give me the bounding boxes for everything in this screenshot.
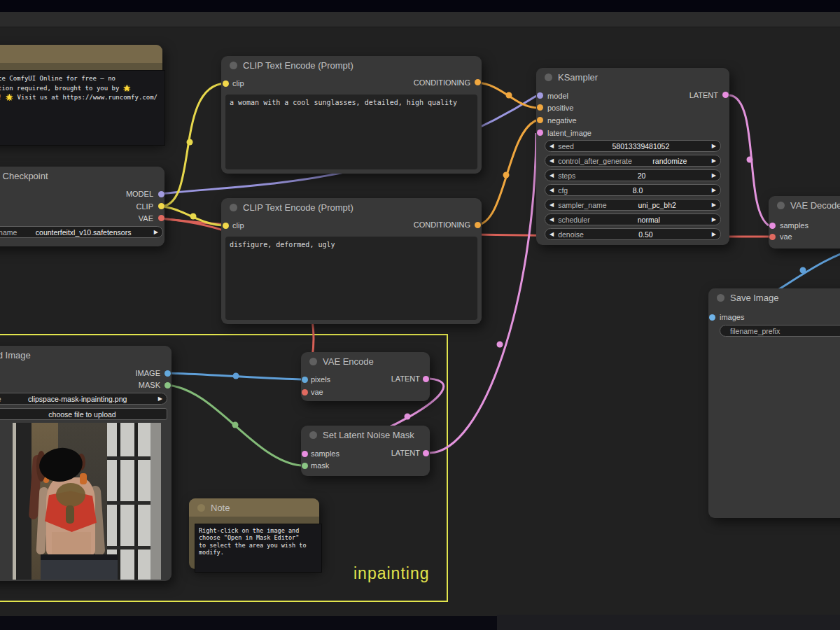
- node-vae-decode[interactable]: VAE Decode samples vae: [769, 196, 840, 248]
- widget-left-arrow-icon[interactable]: ◀: [545, 141, 558, 151]
- widget-left-arrow-icon[interactable]: ◀: [545, 214, 558, 225]
- node-set-latent-noise-mask[interactable]: Set Latent Noise Mask samples mask LATEN…: [301, 426, 430, 476]
- input-label-model: model: [547, 90, 568, 102]
- output-label-vae: VAE: [139, 213, 153, 224]
- widget-left-arrow-icon[interactable]: ◀: [545, 200, 558, 210]
- input-pin-vae[interactable]: [302, 389, 308, 396]
- prompt-textarea[interactable]: a woman with a cool sunglasses, detailed…: [225, 94, 477, 169]
- bottom-strip-right: [497, 615, 840, 630]
- image-preview[interactable]: [13, 423, 161, 580]
- node-graph-canvas[interactable]: inpainting Note ce ComfyUI Online: [0, 0, 840, 630]
- widget-denoise[interactable]: ◀ denoise 0.50 ▶: [545, 228, 721, 240]
- input-pin-samples[interactable]: [769, 223, 776, 229]
- output-label-latent: LATENT: [690, 90, 718, 101]
- combo-right-arrow-icon[interactable]: ▶: [150, 227, 162, 237]
- input-pin-images[interactable]: [709, 314, 715, 321]
- input-pin-samples[interactable]: [302, 451, 308, 457]
- widget-right-arrow-icon[interactable]: ▶: [708, 214, 720, 225]
- input-pin-negative[interactable]: [537, 117, 543, 123]
- widget-left-arrow-icon[interactable]: ◀: [545, 229, 558, 239]
- link-midpoint-dot: [190, 214, 197, 220]
- widget-scheduler[interactable]: ◀ scheduler normal ▶: [545, 214, 721, 225]
- note-text: ce ComfyUI Online for free — no tion req…: [0, 70, 165, 146]
- widget-left-arrow-icon[interactable]: ◀: [545, 155, 558, 166]
- node-collapse-dot[interactable]: [197, 504, 205, 512]
- input-pin-mask[interactable]: [302, 463, 308, 469]
- node-title: CLIP Text Encode (Prompt): [243, 202, 354, 213]
- widget-right-arrow-icon[interactable]: ▶: [708, 185, 720, 195]
- output-pin-mask[interactable]: [164, 382, 171, 388]
- widget-right-arrow-icon[interactable]: ▶: [708, 200, 720, 210]
- node-ksampler[interactable]: KSampler model positive negative latent_…: [536, 68, 729, 245]
- node-collapse-dot[interactable]: [777, 202, 785, 209]
- widget-cfg[interactable]: ◀ cfg 8.0 ▶: [545, 184, 721, 196]
- output-pin-latent[interactable]: [722, 92, 729, 98]
- output-pin-conditioning[interactable]: [475, 222, 481, 228]
- node-load-image[interactable]: Load Image IMAGE MASK image clipspace-ma…: [0, 346, 172, 581]
- input-pin-positive[interactable]: [537, 104, 543, 111]
- input-pin-latent-image[interactable]: [537, 130, 543, 136]
- node-save-image[interactable]: Save Image images filename_prefix: [708, 288, 840, 518]
- node-note-runcomfy[interactable]: Note ce ComfyUI Online for free — no tio…: [0, 45, 162, 144]
- widget-right-arrow-icon[interactable]: ▶: [708, 141, 720, 151]
- output-label-model: MODEL: [126, 188, 153, 200]
- wire-conditioning-positive: [477, 83, 536, 108]
- combo-right-arrow-icon[interactable]: ▶: [154, 393, 167, 404]
- link-midpoint-dot: [497, 342, 503, 348]
- widget-left-arrow-icon[interactable]: ◀: [545, 170, 558, 181]
- node-title: CLIP Text Encode (Prompt): [243, 60, 354, 71]
- input-label-mask: mask: [311, 460, 329, 471]
- output-pin-latent[interactable]: [423, 450, 429, 456]
- node-vae-encode[interactable]: VAE Encode pixels vae LATENT: [301, 352, 430, 401]
- node-collapse-dot[interactable]: [309, 358, 317, 365]
- output-pin-vae[interactable]: [158, 215, 164, 221]
- node-collapse-dot[interactable]: [545, 74, 552, 81]
- node-collapse-dot[interactable]: [230, 204, 237, 211]
- output-pin-model[interactable]: [158, 191, 164, 197]
- node-note-mask-editor[interactable]: Note Right-click on the image and choose…: [189, 498, 319, 569]
- output-label-conditioning: CONDITIONING: [414, 77, 470, 88]
- preview-window-mullion: [107, 456, 150, 460]
- output-label-latent: LATENT: [391, 373, 420, 384]
- widget-seed[interactable]: ◀ seed 58013339481052 ▶: [545, 140, 721, 152]
- bottom-strip-left: [0, 616, 497, 630]
- widget-filename-prefix[interactable]: filename_prefix: [720, 325, 840, 337]
- node-clip-text-encode-positive[interactable]: CLIP Text Encode (Prompt) clip CONDITION…: [221, 56, 482, 174]
- output-pin-conditioning[interactable]: [475, 79, 481, 85]
- wire-latent-to-vaedecode: [729, 95, 769, 225]
- widget-image-file[interactable]: image clipspace-mask-inpainting.png ▶: [0, 393, 167, 405]
- input-label-positive: positive: [547, 102, 573, 113]
- output-label-clip: CLIP: [136, 201, 153, 212]
- node-load-checkpoint[interactable]: Load Checkpoint MODEL CLIP VAE ckpt_name…: [0, 167, 164, 246]
- top-window-strip: [0, 0, 840, 12]
- input-pin-model[interactable]: [537, 92, 543, 99]
- output-pin-clip[interactable]: [158, 203, 164, 209]
- group-inpainting-label: inpainting: [354, 564, 429, 583]
- node-clip-text-encode-negative[interactable]: CLIP Text Encode (Prompt) clip CONDITION…: [221, 198, 482, 324]
- node-title: VAE Encode: [323, 356, 374, 367]
- link-midpoint-dot: [506, 92, 512, 99]
- output-pin-latent[interactable]: [423, 376, 429, 382]
- widget-sampler-name[interactable]: ◀ sampler_name uni_pc_bh2 ▶: [545, 199, 721, 211]
- node-collapse-dot[interactable]: [309, 431, 317, 439]
- input-label-images: images: [720, 312, 744, 323]
- prompt-textarea[interactable]: disfigure, deformed, ugly: [225, 237, 477, 320]
- widget-left-arrow-icon[interactable]: ◀: [545, 185, 558, 195]
- widget-right-arrow-icon[interactable]: ▶: [708, 229, 720, 239]
- input-pin-vae[interactable]: [769, 234, 776, 240]
- input-pin-pixels[interactable]: [302, 377, 308, 383]
- output-pin-image[interactable]: [164, 370, 171, 377]
- input-label-pixels: pixels: [311, 374, 330, 385]
- choose-file-button[interactable]: choose file to upload: [0, 408, 167, 420]
- widget-ckpt-name[interactable]: ckpt_name counterfeitxl_v10.safetensors …: [0, 226, 163, 238]
- node-collapse-dot[interactable]: [230, 62, 237, 69]
- widget-control-after-generate[interactable]: ◀ control_after_generate randomize ▶: [545, 155, 721, 167]
- widget-steps[interactable]: ◀ steps 20 ▶: [545, 169, 721, 181]
- preview-hair-tuft: [80, 473, 87, 484]
- input-pin-clip[interactable]: [223, 223, 229, 229]
- input-pin-clip[interactable]: [223, 80, 229, 87]
- node-collapse-dot[interactable]: [717, 294, 724, 302]
- widget-right-arrow-icon[interactable]: ▶: [708, 155, 720, 166]
- preview-window-mullion: [107, 501, 150, 505]
- widget-right-arrow-icon[interactable]: ▶: [708, 170, 720, 181]
